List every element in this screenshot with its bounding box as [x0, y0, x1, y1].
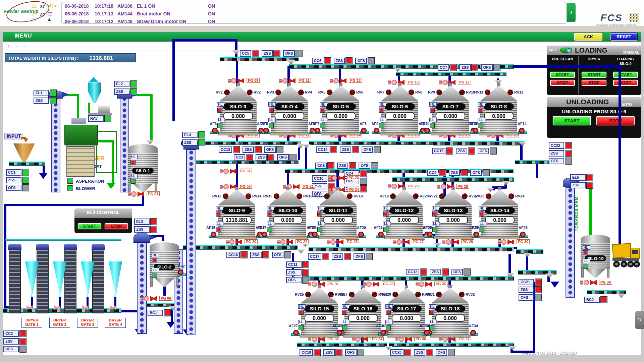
valve-icon[interactable] — [452, 239, 459, 245]
aeration-fan-icon — [378, 232, 384, 237]
conveyor — [389, 343, 514, 347]
hopper-icon — [617, 294, 625, 298]
sensor-stack: BC1 — [148, 310, 170, 316]
status-led — [464, 269, 470, 275]
pump-stripes-icon — [442, 240, 445, 244]
pump-icon — [366, 282, 372, 287]
sensor-label: CC15 — [432, 148, 445, 154]
hl-led — [131, 160, 135, 165]
silo-cap — [236, 83, 240, 86]
conveyor — [309, 247, 514, 251]
aeration-fan-icon — [337, 330, 342, 336]
valve-icon[interactable] — [403, 239, 410, 245]
hl-led — [386, 310, 390, 314]
silo-name: SILO-16 — [348, 305, 378, 312]
pg-valve-label: PG 20 — [245, 239, 258, 244]
status-led — [468, 148, 475, 154]
pg-valve-label: PG 29 — [461, 239, 474, 244]
valve-icon[interactable] — [425, 282, 432, 287]
valve-icon[interactable] — [286, 239, 293, 245]
roof-vent-fan-icon — [507, 89, 513, 95]
pump-stripes-icon — [277, 240, 280, 244]
status-led — [296, 50, 302, 57]
pipe — [298, 147, 300, 160]
roof-vent-fan-icon — [324, 193, 330, 199]
valve-icon[interactable] — [507, 239, 514, 245]
hl-led — [433, 212, 437, 216]
status-led — [349, 163, 356, 169]
silo-cap — [497, 83, 500, 86]
pump-stripes-icon — [283, 185, 286, 189]
ll-led — [379, 123, 384, 128]
silo-cap — [286, 187, 289, 190]
valve-icon[interactable] — [230, 169, 236, 174]
valve-icon[interactable] — [293, 184, 300, 189]
pipe — [162, 235, 164, 241]
sensor-label: OFS — [436, 349, 447, 355]
hl-label: HL — [429, 304, 436, 309]
af-label: AF25 — [462, 226, 478, 230]
pg-valve-label: PG 23 — [347, 175, 360, 180]
pump-stripes-icon — [328, 188, 331, 192]
valve-icon[interactable] — [338, 175, 345, 181]
dryer-tower-cap — [92, 244, 105, 250]
ll-label: LL — [385, 320, 393, 324]
af-label: AF27 — [282, 324, 298, 328]
rv-label: RV21 — [422, 194, 438, 199]
valve-icon[interactable] — [237, 78, 244, 83]
ll-led — [342, 325, 347, 330]
ll-led — [318, 227, 322, 232]
silo-weight-value: 0.000 — [484, 112, 514, 120]
hopper-icon — [545, 274, 553, 278]
valve-icon[interactable] — [235, 239, 242, 245]
valve-icon[interactable] — [590, 280, 597, 285]
pg-valve-label: PG 27 — [412, 239, 425, 244]
silo-dome — [150, 242, 179, 251]
pipe — [121, 310, 138, 312]
silo-base — [430, 335, 470, 338]
valve-icon[interactable] — [340, 78, 346, 83]
sensor-label: CC11 — [286, 261, 302, 267]
status-led — [565, 150, 572, 157]
sensor-group: CC9ZSSOFS — [427, 170, 489, 176]
ll-label: LL — [479, 222, 486, 226]
silo-weight-value: 0.000 — [389, 216, 419, 224]
status-led — [130, 88, 137, 95]
status-led — [303, 269, 309, 276]
valve-icon[interactable] — [373, 282, 379, 287]
pump-icon — [442, 80, 448, 85]
valve-icon[interactable] — [289, 78, 296, 83]
af-label: AF2 — [178, 264, 191, 269]
status-led — [448, 349, 454, 356]
ll-led — [583, 264, 588, 268]
status-led — [565, 158, 572, 164]
aeration-fan-icon — [519, 128, 525, 133]
status-led — [450, 64, 457, 71]
pump-icon — [441, 184, 446, 189]
valve-icon[interactable] — [150, 296, 157, 301]
sensor-label: CC6 — [312, 58, 323, 64]
silo-cap — [402, 187, 406, 190]
status-led — [151, 219, 157, 225]
silo-weight-value: 0.000 — [438, 216, 468, 224]
silo-cap — [235, 187, 238, 190]
status-led — [368, 58, 374, 64]
sensor-label: CC7 — [438, 64, 449, 70]
sensor-label: ZSS — [3, 338, 19, 344]
af-label: AF26 — [519, 226, 535, 230]
status-led — [330, 146, 337, 153]
roof-vent-fan-icon — [224, 89, 230, 95]
ll-led — [479, 227, 484, 232]
hopper-icon — [303, 144, 311, 148]
pg-valve-label: PG 09 — [247, 78, 260, 83]
bucket-elevator — [137, 243, 147, 334]
valve-icon[interactable] — [337, 239, 343, 245]
status-led — [446, 148, 453, 154]
hl-led — [430, 108, 434, 112]
silo-weight-value: 0.000 — [323, 216, 353, 224]
aeration-fan-icon — [470, 330, 476, 336]
pump-icon — [446, 239, 451, 245]
pump-stripes-icon — [220, 185, 223, 189]
hl-label: HL — [583, 245, 590, 250]
status-led — [442, 269, 448, 275]
